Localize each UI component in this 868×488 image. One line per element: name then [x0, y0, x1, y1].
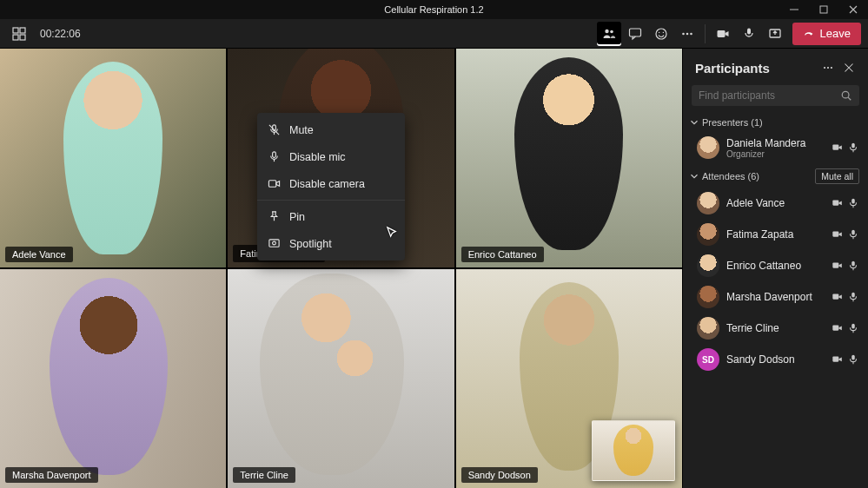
tile-name-badge: Enrico Cattaneo — [461, 247, 544, 262]
ctx-mute[interactable]: Mute — [257, 116, 405, 143]
tile-name-badge: Marsha Davenport — [5, 467, 98, 483]
participants-panel: Participants Presenters (1) Daniela Mand… — [682, 49, 868, 488]
svg-rect-1 — [13, 28, 18, 33]
svg-rect-33 — [851, 261, 855, 267]
participant-name: Daniela Mandera — [726, 137, 825, 149]
video-on-icon — [832, 228, 844, 241]
svg-point-25 — [842, 91, 849, 98]
video-tile[interactable]: Sandy Dodson — [456, 269, 682, 488]
participant-row[interactable]: SD Sandy Dodson — [683, 344, 868, 375]
svg-point-9 — [658, 31, 659, 32]
video-on-icon — [832, 260, 844, 272]
video-on-icon — [832, 197, 844, 209]
participant-row[interactable]: Daniela Mandera Organizer — [683, 132, 868, 163]
video-tile[interactable]: Terrie Cline — [228, 269, 454, 488]
panel-title: Participants — [695, 61, 770, 76]
toolbar-divider — [705, 24, 706, 43]
attendees-header[interactable]: Attendees (6) Mute all — [683, 163, 868, 188]
svg-rect-29 — [851, 199, 855, 204]
svg-rect-27 — [851, 143, 855, 148]
avatar — [697, 254, 719, 277]
video-tile[interactable]: Adele Vance — [0, 49, 226, 267]
mic-on-icon — [847, 197, 859, 209]
titlebar: Cellular Respiration 1.2 — [0, 0, 868, 19]
close-button[interactable] — [838, 0, 868, 19]
participant-name: Fatima Zapata — [726, 228, 825, 241]
tile-name-badge: Adele Vance — [5, 247, 73, 262]
mic-icon[interactable] — [737, 22, 761, 46]
svg-rect-26 — [832, 145, 838, 150]
video-on-icon — [832, 353, 844, 366]
participant-row[interactable]: Enrico Cattaneo — [683, 250, 868, 281]
people-icon[interactable] — [597, 22, 621, 46]
reactions-icon[interactable] — [649, 22, 673, 46]
ctx-spotlight[interactable]: Spotlight — [257, 230, 405, 257]
mic-on-icon — [847, 322, 859, 334]
svg-rect-7 — [629, 29, 640, 36]
video-tile[interactable]: Marsha Davenport — [0, 269, 226, 488]
svg-rect-35 — [851, 293, 855, 298]
meeting-timer: 00:22:06 — [40, 28, 81, 40]
cursor-icon — [386, 226, 399, 242]
chevron-down-icon — [688, 170, 700, 182]
participant-row[interactable]: Terrie Cline — [683, 313, 868, 344]
avatar — [697, 317, 719, 340]
panel-header: Participants — [683, 49, 868, 85]
panel-close-icon[interactable] — [838, 57, 859, 78]
chat-icon[interactable] — [623, 22, 647, 46]
window-controls — [779, 0, 868, 19]
svg-point-8 — [656, 29, 666, 39]
tile-name-badge: Terrie Cline — [233, 467, 295, 483]
svg-rect-3 — [13, 35, 18, 40]
participant-context-menu: Mute Disable mic Disable camera Pin — [257, 113, 405, 260]
presenters-header[interactable]: Presenters (1) — [683, 111, 868, 132]
video-tile[interactable]: Enrico Cattaneo — [456, 49, 682, 267]
svg-point-12 — [686, 32, 688, 35]
svg-point-24 — [831, 67, 832, 69]
grid-view-icon[interactable] — [7, 22, 31, 46]
participant-row[interactable]: Fatima Zapata — [683, 219, 868, 250]
participant-name: Marsha Davenport — [726, 291, 825, 303]
leave-button[interactable]: Leave — [792, 23, 861, 45]
svg-rect-4 — [20, 35, 25, 40]
search-box[interactable] — [692, 85, 859, 106]
participant-row[interactable]: Marsha Davenport — [683, 281, 868, 313]
ctx-disable-mic[interactable]: Disable mic — [257, 143, 405, 170]
self-view-pip[interactable] — [592, 420, 675, 481]
video-on-icon — [832, 142, 844, 154]
svg-point-23 — [827, 67, 829, 69]
minimize-button[interactable] — [779, 0, 809, 19]
video-on-icon — [832, 291, 844, 303]
svg-point-22 — [824, 67, 825, 69]
ctx-pin[interactable]: Pin — [257, 203, 405, 230]
share-screen-icon[interactable] — [763, 22, 787, 46]
svg-rect-20 — [269, 240, 279, 247]
participant-name: Enrico Cattaneo — [726, 260, 825, 272]
window-title: Cellular Respiration 1.2 — [384, 4, 483, 15]
svg-rect-19 — [268, 181, 275, 188]
search-input[interactable] — [699, 89, 840, 102]
participant-name: Terrie Cline — [726, 322, 825, 334]
camera-icon[interactable] — [711, 22, 735, 46]
toolbar-right: Leave — [597, 22, 861, 46]
ctx-disable-camera[interactable]: Disable camera — [257, 170, 405, 197]
svg-point-11 — [682, 32, 685, 35]
maximize-button[interactable] — [809, 0, 838, 19]
svg-rect-37 — [851, 324, 855, 329]
svg-rect-36 — [832, 326, 838, 331]
svg-rect-31 — [851, 230, 855, 235]
svg-point-6 — [610, 30, 613, 33]
ctx-separator — [257, 200, 405, 201]
participant-row[interactable]: Adele Vance — [683, 188, 868, 219]
svg-point-5 — [605, 29, 608, 32]
avatar — [697, 192, 719, 214]
mic-on-icon — [847, 142, 859, 154]
meeting-toolbar: 00:22:06 — [0, 19, 868, 49]
panel-more-icon[interactable] — [818, 57, 838, 78]
svg-rect-34 — [832, 294, 838, 300]
mic-on-icon — [847, 260, 859, 272]
mute-all-button[interactable]: Mute all — [815, 168, 859, 184]
tile-name-badge: Sandy Dodson — [461, 467, 538, 483]
svg-rect-0 — [820, 6, 827, 13]
more-actions-icon[interactable] — [675, 22, 699, 46]
